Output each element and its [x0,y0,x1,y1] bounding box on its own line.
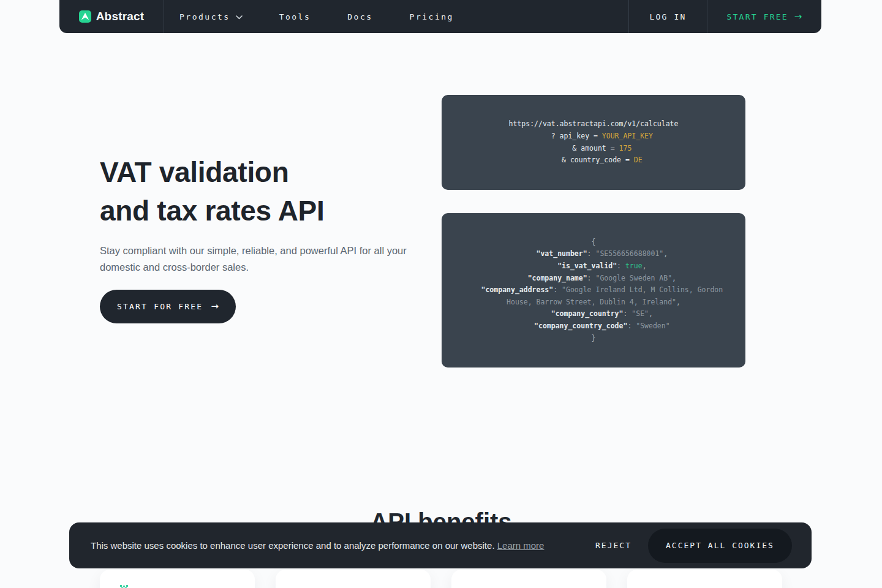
nav-item-label: Products [179,12,230,21]
learn-more-link[interactable]: Learn more [497,540,545,551]
navbar-actions: LOG IN START FREE → [628,0,821,33]
nav-item-pricing[interactable]: Pricing [410,12,454,21]
accept-all-cookies-button[interactable]: ACCEPT ALL COOKIES [648,529,792,563]
code-response-panel: { "vat_number": "SE556656688001", "is_va… [442,213,745,368]
cookie-message: This website uses cookies to enhance use… [91,540,544,551]
start-free-label: START FREE [727,12,788,21]
nav-item-tools[interactable]: Tools [279,12,311,21]
chevron-down-icon [236,12,243,21]
benefit-cards [100,570,782,588]
cta-label: START FOR FREE [117,302,203,311]
hero-section: VAT validation and tax rates API Stay co… [100,153,418,323]
arrow-right-icon: → [211,302,219,311]
benefit-card [100,570,255,588]
start-free-button[interactable]: START FREE → [707,0,821,33]
logo-home-link[interactable]: Abstract [59,0,164,33]
hero-subtitle: Stay compliant with our simple, reliable… [100,243,418,276]
benefit-card [276,570,431,588]
start-for-free-button[interactable]: START FOR FREE → [100,290,236,323]
nav-item-products[interactable]: Products [179,12,243,21]
nav-item-docs[interactable]: Docs [347,12,372,21]
page: Abstract Products Tools Docs Pricing LOG… [0,0,882,588]
brand-name: Abstract [96,10,145,23]
navbar: Abstract Products Tools Docs Pricing LOG… [59,0,821,33]
benefit-icon [120,585,122,587]
code-request-panel: https://vat.abstractapi.com/v1/calculate… [442,95,745,190]
benefit-card [451,570,606,588]
benefit-card [627,570,782,588]
nav-item-label: Pricing [410,12,454,21]
abstract-logo-icon [79,10,91,23]
reject-cookies-button[interactable]: REJECT [579,541,648,550]
cookie-message-text: This website uses cookies to enhance use… [91,540,495,551]
nav-menu: Products Tools Docs Pricing [179,0,454,33]
cookie-banner: This website uses cookies to enhance use… [69,522,812,568]
log-in-button[interactable]: LOG IN [628,0,707,33]
nav-item-label: Docs [347,12,372,21]
page-title: VAT validation and tax rates API [100,153,418,230]
nav-item-label: Tools [279,12,311,21]
arrow-right-icon: → [794,12,802,21]
